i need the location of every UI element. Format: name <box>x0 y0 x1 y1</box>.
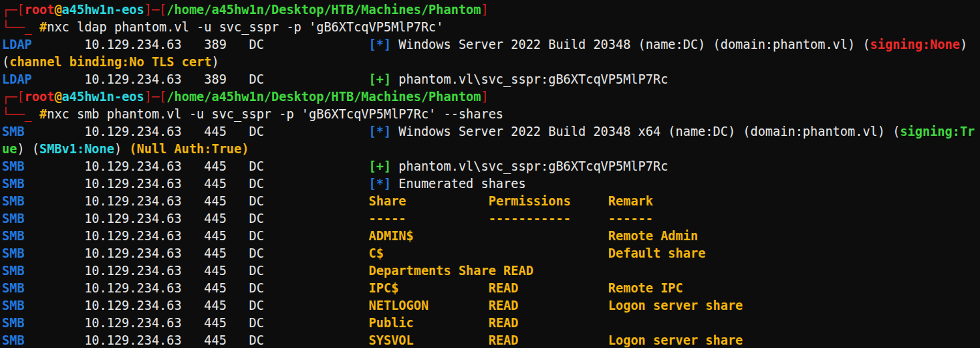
output-segment: phantom.vl\svc_sspr:gB6XTcqVP5MlP7Rc <box>398 72 668 86</box>
target-port: 445 <box>204 281 249 295</box>
prompt-frame-mid: ]─[ <box>144 3 167 17</box>
nxc-output-line: SMB 10.129.234.63 445 DC [+] phantom.vl\… <box>2 158 980 175</box>
command-text: nxc ldap phantom.vl -u svc_sspr -p 'gB6X… <box>47 20 443 34</box>
protocol-label: SMB <box>2 316 84 330</box>
command-line: └──_ #nxc ldap phantom.vl -u svc_sspr -p… <box>2 19 980 36</box>
nxc-output-line: SMB 10.129.234.63 445 DC C$ Default shar… <box>2 245 980 262</box>
target-port: 445 <box>204 246 249 260</box>
protocol-label: LDAP <box>2 72 84 86</box>
nxc-output-line: LDAP 10.129.234.63 389 DC [*] Windows Se… <box>2 36 980 54</box>
target-hostname: DC <box>249 72 368 86</box>
command-text: nxc smb phantom.vl -u svc_sspr -p 'gB6XT… <box>47 107 503 121</box>
share-permission: READ <box>489 281 608 295</box>
output-segment: phantom.vl\svc_sspr:gB6XTcqVP5MlP7Rc <box>398 159 668 173</box>
command-line: └──_ #nxc smb phantom.vl -u svc_sspr -p … <box>2 106 980 123</box>
wrapped-output-line: ue) (SMBv1:None) (Null Auth:True) <box>2 141 980 158</box>
target-port: 445 <box>204 229 249 243</box>
output-segment: [*] <box>369 124 399 139</box>
share-name: SYSVOL <box>369 333 489 347</box>
protocol-label: SMB <box>2 159 84 173</box>
protocol-label: SMB <box>2 246 84 260</box>
prompt-hostname: a45hw1n-eos <box>62 90 144 104</box>
share-permission: READ <box>503 264 623 278</box>
output-segment: [+] <box>369 159 399 173</box>
share-name: NETLOGON <box>369 298 489 313</box>
target-port: 445 <box>204 333 249 347</box>
share-remark: Logon server share <box>608 298 743 313</box>
target-port: 445 <box>204 264 249 278</box>
output-segment: signing:None <box>870 37 960 52</box>
target-ip: 10.129.234.63 <box>84 281 204 295</box>
wrapped-output-line: (channel binding:No TLS cert) <box>2 54 980 71</box>
target-ip: 10.129.234.63 <box>84 194 204 208</box>
prompt-frame-mid: ]─[ <box>144 90 167 104</box>
share-remark: Remote IPC <box>608 281 683 295</box>
target-ip: 10.129.234.63 <box>84 298 204 313</box>
target-ip: 10.129.234.63 <box>84 316 204 330</box>
target-port: 389 <box>204 72 249 86</box>
prompt-hostname: a45hw1n-eos <box>62 3 144 17</box>
target-hostname: DC <box>249 264 368 278</box>
output-segment: (Null Auth:True) <box>129 142 249 156</box>
target-ip: 10.129.234.63 <box>84 246 204 260</box>
target-port: 445 <box>204 194 249 208</box>
nxc-output-line: SMB 10.129.234.63 445 DC Departments Sha… <box>2 262 980 280</box>
protocol-label: SMB <box>2 194 84 208</box>
prompt-user: root <box>25 3 55 17</box>
prompt-frame-line2: └──_ <box>2 107 39 121</box>
share-permission <box>489 246 608 260</box>
prompt-cwd: /home/a45hw1n/Desktop/HTB/Machines/Phant… <box>166 3 481 17</box>
prompt-frame-close: ] <box>481 3 488 17</box>
nxc-output-line: SMB 10.129.234.63 445 DC [*] Windows Ser… <box>2 123 980 141</box>
output-segment: ue <box>2 142 17 156</box>
target-ip: 10.129.234.63 <box>84 333 204 347</box>
target-hostname: DC <box>249 177 368 191</box>
output-segment: Windows Server 2022 Build 20348 (name:DC… <box>398 37 870 52</box>
target-ip: 10.129.234.63 <box>84 159 204 173</box>
output-segment: [*] <box>369 37 399 52</box>
output-segment: Windows Server 2022 Build 20348 x64 (nam… <box>398 124 900 139</box>
target-ip: 10.129.234.63 <box>84 177 204 191</box>
prompt-frame-line2: └──_ <box>2 20 39 34</box>
prompt-cwd: /home/a45hw1n/Desktop/HTB/Machines/Phant… <box>166 90 481 104</box>
share-permission: ----------- <box>489 211 608 226</box>
protocol-label: SMB <box>2 211 84 226</box>
target-hostname: DC <box>249 229 368 243</box>
nxc-output-line: SMB 10.129.234.63 445 DC Public READ <box>2 315 980 332</box>
protocol-label: SMB <box>2 281 84 295</box>
prompt-hash: # <box>39 20 47 34</box>
output-segment: ) <box>114 142 129 156</box>
prompt-frame-close: ] <box>481 90 488 104</box>
protocol-label: SMB <box>2 298 84 313</box>
share-permission <box>489 229 608 243</box>
prompt-at-symbol: @ <box>54 90 62 104</box>
target-ip: 10.129.234.63 <box>84 229 204 243</box>
target-hostname: DC <box>249 246 368 260</box>
output-segment: ) <box>211 55 219 69</box>
share-remark: Logon server share <box>608 333 743 347</box>
target-port: 389 <box>204 37 249 52</box>
share-name: ----- <box>369 211 489 226</box>
output-segment: ( <box>2 55 9 69</box>
target-ip: 10.129.234.63 <box>84 37 204 52</box>
share-remark: Remark <box>608 194 653 208</box>
share-permission: READ <box>489 333 608 347</box>
nxc-output-line: SMB 10.129.234.63 445 DC IPC$ READ Remot… <box>2 280 980 297</box>
share-name: Departments Share <box>369 264 504 278</box>
target-ip: 10.129.234.63 <box>84 124 204 139</box>
share-remark: ------ <box>608 211 653 226</box>
output-segment: signing:Tr <box>900 124 975 139</box>
share-name: Public <box>369 316 489 330</box>
output-segment: [*] <box>369 177 399 191</box>
nxc-output-line: SMB 10.129.234.63 445 DC NETLOGON READ L… <box>2 297 980 315</box>
protocol-label: SMB <box>2 177 84 191</box>
target-port: 445 <box>204 159 249 173</box>
nxc-output-line: SMB 10.129.234.63 445 DC ADMIN$ Remote A… <box>2 228 980 245</box>
nxc-output-line: LDAP 10.129.234.63 389 DC [+] phantom.vl… <box>2 71 980 88</box>
share-name: C$ <box>369 246 489 260</box>
nxc-output-line: SMB 10.129.234.63 445 DC Share Permissio… <box>2 193 980 210</box>
prompt-at-symbol: @ <box>54 3 62 17</box>
terminal[interactable]: ┌─[root@a45hw1n-eos]─[/home/a45hw1n/Desk… <box>0 0 980 348</box>
prompt-line: ┌─[root@a45hw1n-eos]─[/home/a45hw1n/Desk… <box>2 88 980 106</box>
target-port: 445 <box>204 124 249 139</box>
